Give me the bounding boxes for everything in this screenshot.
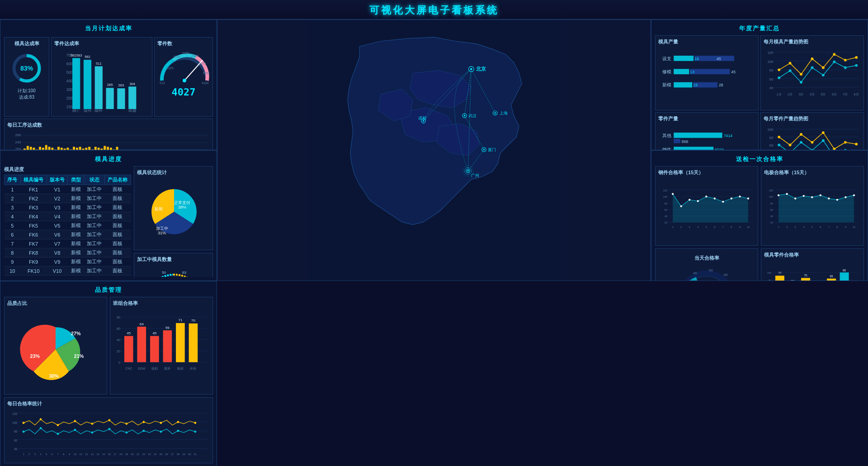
svg-text:100: 100: [767, 271, 772, 274]
svg-point-433: [108, 419, 111, 421]
svg-text:80: 80: [770, 202, 773, 205]
svg-rect-64: [48, 147, 51, 150]
svg-text:4100: 4100: [202, 81, 209, 85]
parts-trend-title: 每月零件产量趋势图: [764, 115, 861, 122]
svg-text:20: 20: [131, 453, 134, 456]
table-row: 4FK4V4新模加工中面板: [5, 212, 131, 221]
svg-point-207: [844, 67, 847, 69]
svg-point-201: [778, 76, 780, 79]
svg-point-197: [822, 67, 825, 69]
mold-parts-rate-title: 模具零件合格率: [764, 252, 861, 258]
svg-point-296: [689, 199, 690, 200]
svg-text:21%: 21%: [74, 353, 84, 359]
svg-text:3: 3: [34, 453, 36, 456]
svg-text:钢件: 钢件: [662, 147, 671, 150]
svg-rect-179: [674, 82, 692, 88]
svg-text:5月: 5月: [821, 93, 826, 96]
main-grid: 当月计划达成率 模具达成率 83% 计划:100 达成:83: [0, 19, 868, 466]
svg-text:562: 562: [85, 55, 90, 59]
svg-rect-400: [124, 336, 133, 362]
plan-info: 计划:100 达成:83: [18, 88, 35, 100]
daily-title: 每日工序达成数: [7, 122, 210, 128]
electrode-rate-title: 电极合格率（15天）: [764, 169, 861, 176]
parts-trend-svg: 100 80 60 40 20: [764, 124, 861, 150]
bottom-right-panel: 品质管理 品质占比 27%: [0, 281, 217, 466]
bottom-center-panel: 送检一次合格率 钢件合格率（15天） 120 100 80 60 40 20: [651, 150, 868, 281]
svg-point-436: [160, 422, 162, 424]
right-top-title: 年度产量汇总: [655, 24, 864, 35]
svg-text:上海: 上海: [500, 110, 508, 115]
svg-text:21: 21: [137, 453, 139, 456]
table-row: 5FK5V5新模加工中面板: [5, 221, 131, 230]
processing-count-panel: 加工中模具数量 0 25 50 63: [134, 253, 213, 277]
svg-text:14: 14: [96, 453, 99, 456]
svg-text:40: 40: [693, 271, 697, 275]
svg-rect-174: [674, 69, 689, 74]
svg-text:70: 70: [191, 319, 195, 323]
svg-text:200: 200: [15, 147, 22, 150]
svg-rect-20: [128, 86, 136, 109]
quality-ratio-title: 品质占比: [7, 300, 104, 307]
svg-text:6: 6: [820, 226, 821, 228]
quality-pie-svg: 27% 21% 30% 23%: [7, 309, 104, 390]
svg-text:3: 3: [795, 226, 796, 228]
svg-text:1月: 1月: [777, 93, 782, 96]
svg-text:45: 45: [127, 331, 131, 335]
svg-text:外协: 外协: [190, 367, 196, 371]
svg-point-294: [672, 193, 674, 195]
svg-point-430: [57, 424, 59, 426]
table-row: 11FK11V11新模加工中面板: [5, 276, 131, 277]
today-gauge-svg: 0 20 40 60 80 100 36% 合格率: [670, 263, 743, 281]
svg-text:80: 80: [769, 68, 774, 72]
svg-text:30: 30: [188, 453, 191, 456]
svg-rect-170: [694, 56, 734, 61]
svg-point-447: [160, 431, 162, 433]
svg-text:50: 50: [162, 271, 166, 275]
svg-text:3568: 3568: [203, 71, 210, 75]
svg-point-303: [747, 198, 749, 200]
parts-speedometer: 513 1025 1538 2050 2563 3075 3568 4100: [157, 49, 212, 85]
svg-text:40: 40: [770, 215, 773, 218]
col-id: 模具编号: [20, 175, 47, 185]
svg-text:77: 77: [778, 271, 782, 275]
svg-text:100: 100: [769, 195, 773, 198]
mold-status-pie: 正常支付 38% 加工中 31% 延期 31%: [137, 178, 212, 246]
svg-text:3075: 3075: [199, 62, 206, 65]
svg-rect-372: [801, 278, 810, 281]
quality-ratio-panel: 品质占比 27% 21% 30% 23: [4, 297, 107, 395]
svg-rect-100: [104, 146, 106, 150]
svg-text:23: 23: [148, 453, 151, 456]
svg-text:CNC: CNC: [125, 367, 132, 371]
svg-text:磨床: 磨床: [164, 367, 170, 371]
svg-text:30%: 30%: [49, 373, 59, 379]
svg-point-252: [800, 141, 802, 144]
svg-text:283: 283: [118, 83, 124, 87]
svg-rect-368: [775, 276, 784, 281]
part-rate-title: 零件达成率: [54, 40, 149, 47]
col-type: 类型: [68, 175, 84, 185]
svg-text:27: 27: [171, 453, 174, 456]
svg-point-195: [800, 73, 802, 76]
parts-prod-panel: 零件产量 其他 7414 866 钢件 6019 8217 电极: [655, 112, 759, 150]
svg-point-328: [794, 198, 796, 200]
svg-text:8: 8: [731, 226, 732, 228]
svg-text:60: 60: [769, 77, 774, 81]
svg-text:1: 1: [778, 226, 779, 228]
svg-text:8月: 8月: [854, 93, 859, 96]
mold-status-right: 模具状态统计 正常支付 38% 加工中 31% 延期 31%: [134, 166, 213, 277]
svg-point-202: [789, 69, 792, 72]
svg-text:9: 9: [739, 226, 741, 228]
svg-text:29: 29: [182, 453, 185, 456]
svg-text:866: 866: [682, 139, 689, 144]
mold-trend-svg: 120 100 80 60 40: [764, 47, 861, 106]
part-rate-chart: 700 600 500 400 300 200 100 592583 562: [54, 49, 149, 112]
svg-text:27%: 27%: [71, 331, 81, 336]
svg-rect-12: [84, 60, 91, 109]
svg-point-330: [811, 196, 813, 198]
svg-text:80: 80: [665, 202, 667, 205]
table-row: 9FK9V9新模加工中面板: [5, 257, 131, 266]
svg-text:28: 28: [719, 83, 723, 87]
svg-text:63: 63: [182, 271, 186, 275]
svg-text:100: 100: [663, 195, 667, 198]
svg-point-243: [789, 144, 792, 147]
